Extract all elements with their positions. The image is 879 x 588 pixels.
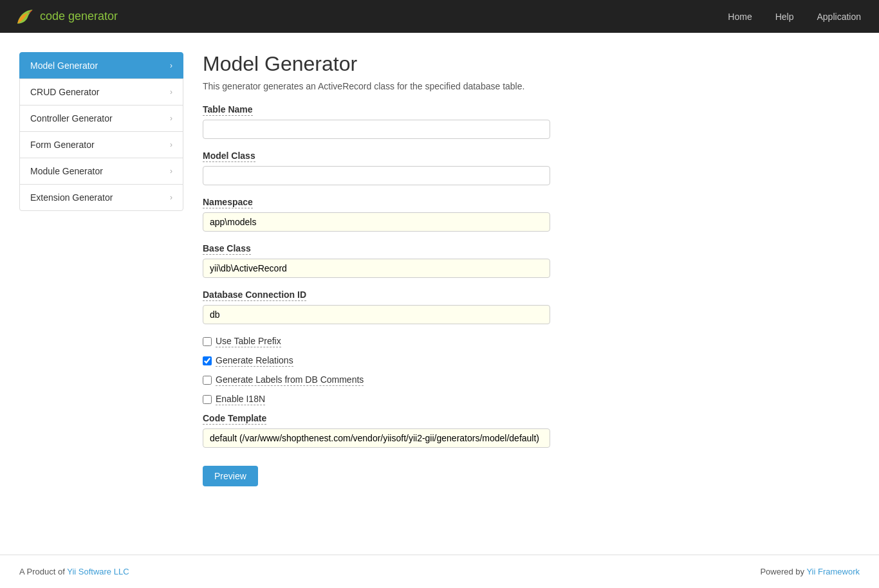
sidebar-item-form-generator[interactable]: Form Generator › [19, 131, 183, 158]
namespace-input[interactable] [203, 212, 550, 232]
use-table-prefix-group: Use Table Prefix [203, 336, 860, 347]
nav-link-home[interactable]: Home [723, 9, 757, 24]
chevron-right-icon: › [170, 193, 172, 202]
chevron-right-icon: › [170, 114, 172, 123]
code-template-input[interactable] [203, 428, 550, 448]
yii-logo-icon [13, 5, 36, 28]
brand-text: code generator [40, 10, 118, 23]
sidebar: Model Generator › CRUD Generator › Contr… [19, 52, 183, 535]
base-class-input[interactable] [203, 259, 550, 278]
db-connection-input[interactable] [203, 305, 550, 324]
nav-link-help[interactable]: Help [770, 9, 799, 24]
sidebar-item-crud-generator[interactable]: CRUD Generator › [19, 78, 183, 106]
generate-labels-checkbox[interactable] [203, 376, 212, 385]
nav-item-help[interactable]: Help [770, 12, 799, 22]
main-container: Model Generator › CRUD Generator › Contr… [0, 33, 879, 555]
model-class-input[interactable] [203, 166, 550, 185]
page-title: Model Generator [203, 52, 860, 76]
namespace-label: Namespace [203, 197, 253, 208]
chevron-right-icon: › [170, 61, 172, 70]
model-class-label: Model Class [203, 151, 255, 162]
footer-left-link[interactable]: Yii Software LLC [67, 567, 129, 576]
nav-item-home[interactable]: Home [723, 12, 757, 22]
generate-relations-label[interactable]: Generate Relations [216, 355, 293, 367]
generate-relations-group: Generate Relations [203, 355, 860, 367]
sidebar-item-extension-generator[interactable]: Extension Generator › [19, 184, 183, 211]
generate-labels-label[interactable]: Generate Labels from DB Comments [216, 374, 364, 386]
page-description: This generator generates an ActiveRecord… [203, 81, 860, 91]
footer: A Product of Yii Software LLC Powered by… [0, 555, 879, 588]
code-template-label: Code Template [203, 413, 266, 425]
enable-i18n-group: Enable I18N [203, 394, 860, 405]
db-connection-label: Database Connection ID [203, 289, 306, 301]
chevron-right-icon: › [170, 167, 172, 176]
footer-right-link[interactable]: Yii Framework [806, 567, 860, 576]
use-table-prefix-checkbox[interactable] [203, 337, 212, 346]
nav-item-application[interactable]: Application [812, 12, 867, 22]
model-class-group: Model Class [203, 151, 860, 185]
chevron-right-icon: › [170, 87, 172, 96]
code-template-group: Code Template [203, 413, 860, 448]
enable-i18n-checkbox[interactable] [203, 395, 212, 404]
use-table-prefix-label[interactable]: Use Table Prefix [216, 336, 281, 347]
navbar: code generator Home Help Application [0, 0, 879, 33]
preview-button[interactable]: Preview [203, 466, 258, 486]
generate-relations-checkbox[interactable] [203, 356, 212, 365]
db-connection-group: Database Connection ID [203, 289, 860, 324]
content-area: Model Generator This generator generates… [203, 52, 860, 535]
sidebar-item-module-generator[interactable]: Module Generator › [19, 158, 183, 185]
footer-left: A Product of Yii Software LLC [19, 567, 129, 576]
brand[interactable]: code generator [13, 5, 118, 28]
nav-link-application[interactable]: Application [812, 9, 867, 24]
table-name-group: Table Name [203, 104, 860, 139]
enable-i18n-label[interactable]: Enable I18N [216, 394, 265, 405]
table-name-input[interactable] [203, 120, 550, 139]
nav-menu: Home Help Application [723, 12, 866, 22]
sidebar-item-model-generator[interactable]: Model Generator › [19, 52, 183, 79]
sidebar-item-controller-generator[interactable]: Controller Generator › [19, 105, 183, 132]
namespace-group: Namespace [203, 197, 860, 232]
footer-right: Powered by Yii Framework [760, 567, 860, 576]
generate-labels-group: Generate Labels from DB Comments [203, 374, 860, 386]
table-name-label: Table Name [203, 104, 253, 116]
base-class-label: Base Class [203, 243, 251, 255]
footer-right-text: Powered by [760, 567, 806, 576]
base-class-group: Base Class [203, 243, 860, 278]
chevron-right-icon: › [170, 140, 172, 149]
footer-left-text: A Product of [19, 567, 67, 576]
